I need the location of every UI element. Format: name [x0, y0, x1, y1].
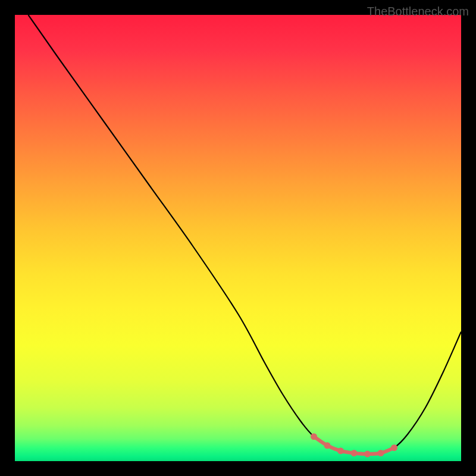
plot-area: [15, 15, 461, 461]
watermark-text: TheBottleneck.com: [367, 5, 469, 18]
gradient-background: [15, 15, 461, 461]
